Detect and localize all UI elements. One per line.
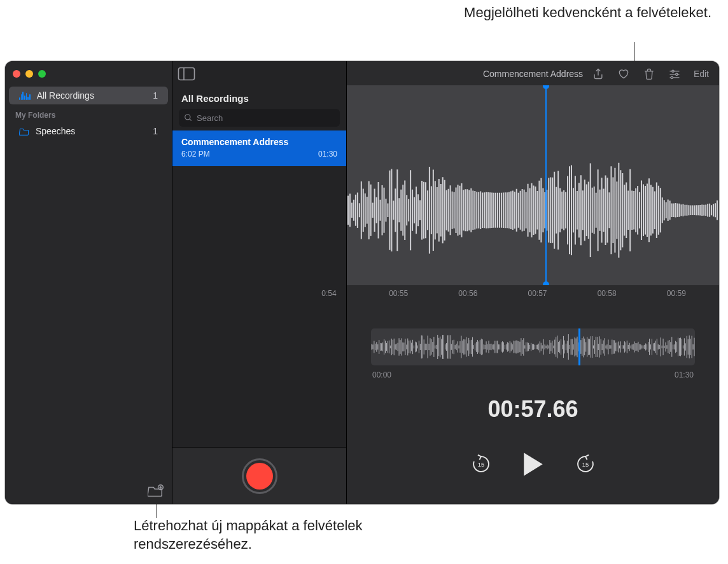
callout-favorite: Megjelölheti kedvencként a felvételeket.	[438, 4, 711, 22]
svg-line-4	[190, 119, 192, 121]
share-button[interactable]	[592, 67, 605, 80]
skip-forward-icon: 15	[575, 453, 596, 475]
record-button[interactable]	[242, 458, 277, 494]
new-folder-icon	[148, 484, 164, 498]
list-title: All Recordings	[172, 87, 346, 109]
toggle-sidebar-button[interactable]	[178, 67, 195, 81]
waveform-overview[interactable]	[371, 328, 695, 365]
sidebar-item-count: 1	[153, 90, 158, 101]
waveform-icon	[19, 92, 31, 100]
playhead[interactable]	[545, 85, 547, 285]
sliders-icon	[668, 67, 681, 80]
recording-detail: Commencement Address	[347, 61, 719, 504]
time-ruler: 0:5400:5500:5600:5700:5800:5901:00	[347, 285, 719, 309]
sidebar-section-header: My Folders	[5, 106, 172, 122]
play-icon	[522, 452, 544, 477]
sidebar-item-folder[interactable]: Speeches 1	[9, 122, 168, 140]
heart-icon	[617, 67, 630, 80]
recording-duration: 01:30	[318, 150, 337, 159]
toolbar: Commencement Address	[347, 61, 719, 87]
ruler-tick: 0:54	[321, 289, 336, 298]
sidebar-item-all-recordings[interactable]: All Recordings 1	[9, 87, 168, 104]
window-traffic-lights	[5, 65, 172, 87]
recording-time: 6:02 PM	[181, 150, 210, 159]
sidebar-item-count: 1	[153, 126, 158, 136]
ruler-tick: 00:59	[667, 289, 686, 298]
waveform-zoomed[interactable]	[347, 85, 719, 285]
callout-new-folder: Létrehozhat új mappákat a felvételek ren…	[134, 517, 401, 553]
options-button[interactable]	[668, 67, 681, 80]
svg-marker-12	[524, 453, 542, 476]
overview-end-label: 01:30	[675, 370, 694, 379]
sidebar-item-label: Speeches	[36, 126, 75, 136]
svg-text:15: 15	[582, 462, 588, 468]
svg-point-3	[185, 115, 190, 120]
svg-point-8	[676, 73, 678, 75]
waveform-area: 0:5400:5500:5600:5700:5800:5901:00	[347, 85, 719, 309]
ruler-tick: 00:56	[458, 289, 477, 298]
ruler-tick: 00:58	[598, 289, 617, 298]
sidebar: All Recordings 1 My Folders Speeches 1	[5, 61, 172, 504]
sidebar-item-label: All Recordings	[37, 90, 94, 101]
playback-controls: 15 15	[347, 452, 719, 476]
favorite-button[interactable]	[617, 67, 630, 80]
recordings-list: All Recordings Commencement Address 6:02…	[172, 61, 347, 504]
close-window-button[interactable]	[13, 70, 20, 78]
search-icon	[184, 113, 193, 122]
recording-item[interactable]: Commencement Address 6:02 PM 01:30	[172, 130, 346, 166]
edit-button[interactable]: Edit	[694, 69, 709, 79]
svg-point-6	[672, 70, 674, 72]
skip-back-button[interactable]: 15	[470, 453, 492, 475]
share-icon	[592, 67, 605, 80]
overview-start-label: 00:00	[372, 370, 391, 379]
play-button[interactable]	[522, 452, 544, 476]
recording-title: Commencement Address	[181, 137, 337, 147]
skip-back-icon: 15	[470, 453, 492, 475]
new-folder-button[interactable]	[148, 484, 164, 498]
svg-text:15: 15	[477, 462, 484, 468]
search-field[interactable]	[179, 109, 340, 127]
voice-memos-window: All Recordings 1 My Folders Speeches 1	[5, 61, 719, 504]
skip-forward-button[interactable]: 15	[575, 453, 596, 475]
ruler-tick: 00:55	[389, 289, 408, 298]
folder-icon	[19, 127, 29, 136]
svg-point-10	[671, 76, 673, 78]
zoom-window-button[interactable]	[38, 70, 46, 78]
waveform-graphic	[347, 85, 719, 285]
delete-button[interactable]	[643, 67, 655, 80]
sidebar-icon	[178, 67, 195, 81]
svg-rect-1	[179, 68, 195, 80]
minimize-window-button[interactable]	[25, 70, 33, 78]
timecode: 00:57.66	[347, 396, 719, 423]
callout-line	[634, 42, 634, 62]
overview-playhead[interactable]	[578, 328, 580, 365]
search-input[interactable]	[197, 113, 335, 123]
waveform-mini-graphic	[371, 328, 695, 365]
trash-icon	[643, 67, 655, 80]
record-icon	[246, 463, 273, 490]
ruler-tick: 00:57	[528, 289, 547, 298]
